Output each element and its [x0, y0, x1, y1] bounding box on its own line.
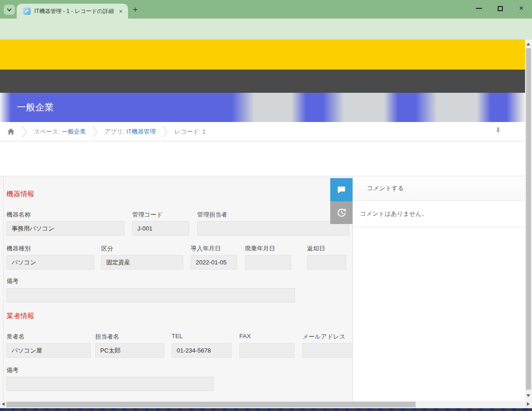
breadcrumb-record: レコード: 1 [174, 128, 205, 136]
maximize-icon [498, 6, 503, 11]
kintone-header: kintone Administrator [0, 39, 525, 70]
field-value-vendor-name: パソコン屋 [6, 343, 91, 358]
field-label: 廃棄年月日 [245, 244, 275, 253]
taskbar-edge [0, 408, 532, 411]
minimize-icon [476, 8, 482, 9]
vertical-scrollbar[interactable] [525, 39, 532, 401]
field-value-disposal-date [245, 255, 291, 270]
space-label: スペース: [34, 128, 60, 135]
space-link[interactable]: 一般企業 [62, 128, 86, 135]
pin-icon[interactable] [494, 126, 503, 136]
browser-tab[interactable]: IT機器管理 - 1 - レコードの詳細 × [17, 4, 128, 19]
history-icon [336, 207, 347, 218]
tab-strip: IT機器管理 - 1 - レコードの詳細 × + × [0, 0, 532, 19]
field-value-equipment-name: 事務用パソコン [6, 221, 124, 236]
breadcrumb: スペース: 一般企業 アプリ: IT機器管理 レコード: 1 [0, 122, 525, 141]
field-value-equipment-type: パソコン [6, 255, 94, 270]
scroll-up-arrow-icon[interactable] [526, 43, 530, 45]
tab-search-button[interactable] [4, 5, 15, 15]
new-tab-button[interactable]: + [133, 5, 138, 15]
kintone-favicon-icon [23, 7, 31, 15]
field-value-install-date: 2022-01-05 [191, 255, 237, 270]
tab-title: IT機器管理 - 1 - レコードの詳細 [34, 7, 117, 15]
field-label: 返却日 [307, 244, 325, 253]
field-label: 機器名称 [6, 211, 31, 219]
comment-bubble-icon [336, 185, 346, 195]
history-tab[interactable] [330, 201, 353, 224]
home-icon[interactable] [6, 127, 15, 136]
space-title: 一般企業 [17, 101, 54, 114]
chevron-separator-icon [162, 125, 168, 138]
comment-post-button[interactable]: コメントする [353, 176, 525, 201]
field-value-tel: 01-234-5678 [172, 343, 231, 358]
global-nav: 4 ★ ⚙ ? </> [0, 70, 525, 93]
field-label: FAX [239, 333, 251, 340]
horizontal-scrollbar[interactable] [0, 401, 532, 408]
field-value-email [302, 343, 353, 358]
vertical-scroll-thumb[interactable] [526, 48, 531, 390]
record-left-border [3, 176, 4, 401]
field-value-control-code: J-001 [132, 221, 189, 236]
field-label: 導入年月日 [191, 244, 221, 253]
field-label: 備考 [6, 277, 19, 285]
maximize-button[interactable] [490, 0, 510, 17]
chevron-separator-icon [92, 125, 98, 138]
field-label: 担当者名 [95, 333, 119, 341]
field-value-return-date [307, 255, 346, 270]
horizontal-scroll-thumb[interactable] [6, 402, 416, 407]
field-label: 備考 [6, 366, 19, 374]
field-label: TEL [172, 333, 183, 340]
app-label: アプリ: [104, 128, 125, 135]
field-label: メールアドレス [302, 333, 346, 341]
breadcrumb-space: スペース: 一般企業 [34, 128, 86, 136]
section-title-equipment: 機器情報 [6, 190, 34, 199]
section-title-vendor: 業者情報 [6, 312, 34, 321]
chevron-down-icon [6, 7, 13, 13]
field-value-notes [6, 288, 295, 302]
app-link[interactable]: IT機器管理 [126, 128, 156, 135]
tab-close-icon[interactable]: × [117, 8, 124, 15]
field-label: 区分 [101, 244, 113, 253]
chevron-separator-icon [22, 125, 27, 138]
record-detail: 機器情報 機器名称 管理コード 管理担当者 事務用パソコン J-001 機器種別… [0, 176, 353, 401]
minimize-button[interactable] [468, 0, 489, 17]
field-label: 管理担当者 [197, 211, 227, 219]
close-button[interactable]: × [511, 0, 532, 17]
scroll-right-arrow-icon[interactable] [527, 402, 530, 406]
space-cover-banner: 一般企業 [0, 93, 525, 122]
comment-empty-message: コメントはありません。 [353, 201, 525, 227]
field-label: 業者名 [6, 333, 25, 341]
field-value-category: 固定資産 [101, 255, 183, 270]
record-action-bar: + ⚙ ••• [0, 141, 525, 176]
field-value-vendor-notes [6, 377, 214, 391]
field-value-manager [197, 221, 349, 236]
comments-tab[interactable] [330, 178, 353, 201]
field-value-contact-name: PC太郎 [95, 343, 164, 358]
browser-toolbar: gyan.cybozu.com/k/91/show#record=1 ☆ </>… [0, 19, 532, 39]
breadcrumb-app: アプリ: IT機器管理 [104, 128, 156, 136]
scroll-left-arrow-icon[interactable] [2, 402, 5, 406]
field-value-fax [239, 343, 295, 358]
scroll-down-arrow-icon[interactable] [526, 394, 530, 397]
browser-window: IT機器管理 - 1 - レコードの詳細 × + × gyan.cybozu.c… [0, 0, 532, 411]
comment-panel: コメントする コメントはありません。 [353, 176, 525, 401]
field-label: 機器種別 [6, 244, 31, 253]
field-label: 管理コード [132, 211, 163, 219]
